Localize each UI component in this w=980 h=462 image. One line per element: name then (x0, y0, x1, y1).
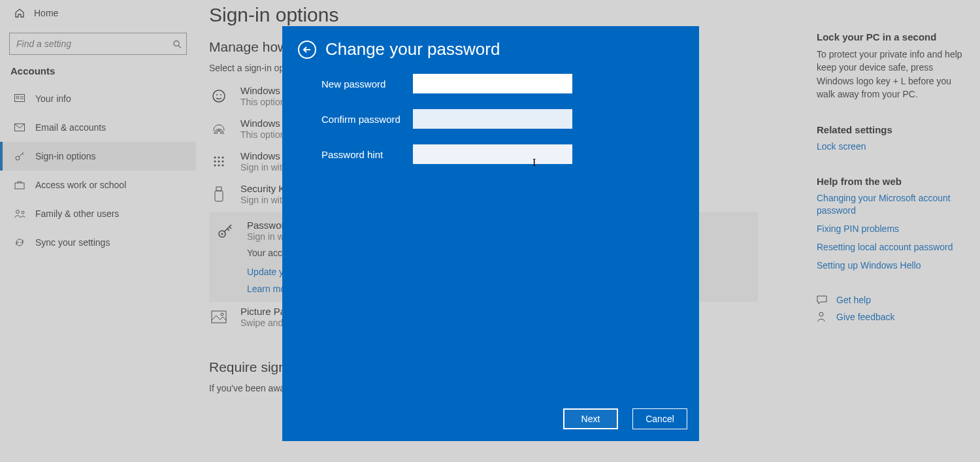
change-password-modal: Change your password New password Confir… (282, 26, 699, 441)
confirm-password-input[interactable] (413, 109, 572, 129)
cancel-button[interactable]: Cancel (632, 408, 687, 429)
modal-title: Change your password (325, 39, 500, 59)
password-hint-label: Password hint (321, 149, 413, 160)
text-cursor-icon: I (532, 157, 536, 169)
back-button[interactable] (298, 41, 316, 59)
new-password-label: New password (321, 78, 413, 90)
new-password-input[interactable] (413, 74, 572, 93)
password-hint-input[interactable] (413, 144, 572, 164)
next-button[interactable]: Next (563, 408, 618, 429)
confirm-password-label: Confirm password (321, 114, 413, 125)
